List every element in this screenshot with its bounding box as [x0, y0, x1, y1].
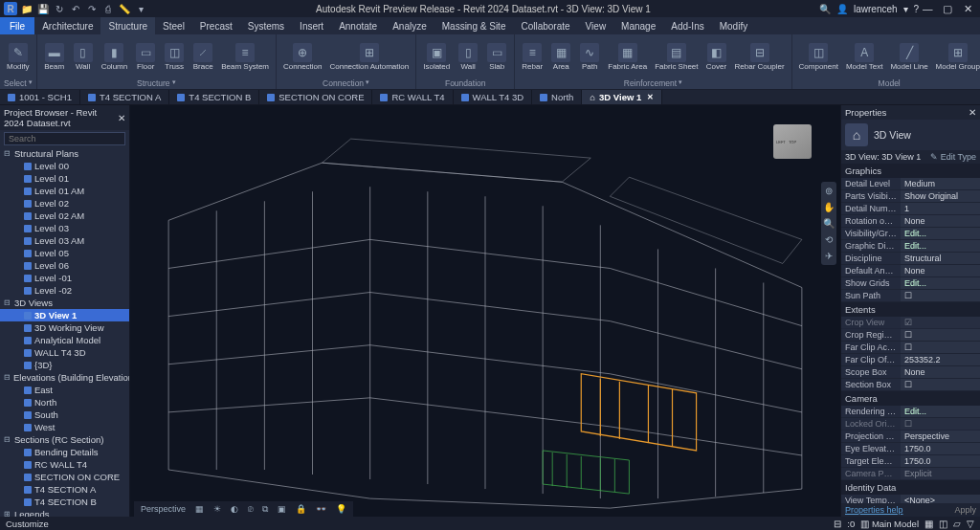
app-logo[interactable]: R: [4, 2, 17, 15]
ribbon-model-group-button[interactable]: ⊞Model Group: [933, 36, 980, 77]
menu-tab-analyze[interactable]: Analyze: [385, 17, 434, 34]
tree-item-level-01[interactable]: Level -01: [0, 272, 129, 284]
prop-value[interactable]: Edit...: [901, 406, 980, 417]
tree-item-t4-section-b[interactable]: T4 SECTION B: [0, 496, 129, 508]
tree-item-level-01[interactable]: Level 01: [0, 172, 129, 185]
tree-group-elevations-building-elevation-[interactable]: ⊟Elevations (Building Elevation): [0, 371, 129, 384]
close-button[interactable]: ✕: [959, 3, 976, 14]
vc-temp-icon[interactable]: 👓: [313, 504, 329, 514]
file-tab[interactable]: File: [0, 17, 34, 34]
prop-value[interactable]: Edit...: [901, 277, 980, 289]
prop-value[interactable]: [901, 418, 980, 430]
username-label[interactable]: lawrenceh: [854, 4, 898, 14]
tree-item-west[interactable]: West: [0, 421, 129, 433]
view-tab-3d-view-1[interactable]: ⌂3D View 1✕: [582, 90, 662, 104]
prop-value[interactable]: 1: [901, 203, 980, 214]
prop-value[interactable]: Structural: [901, 253, 980, 264]
menu-tab-precast[interactable]: Precast: [192, 17, 240, 34]
vc-style-icon[interactable]: ▦: [192, 504, 207, 514]
ribbon-beam-system-button[interactable]: ≡Beam System: [218, 36, 272, 77]
menu-tab-insert[interactable]: Insert: [292, 17, 331, 34]
zoom-icon[interactable]: 🔍: [823, 218, 835, 229]
ribbon-connection-button[interactable]: ⊕Connection: [280, 36, 324, 77]
ribbon-wall-button[interactable]: ▯Wall: [70, 36, 97, 77]
prop-value[interactable]: Perspective: [901, 431, 980, 442]
tree-item-rc-wall-t4[interactable]: RC WALL T4: [0, 458, 129, 471]
prop-value[interactable]: Edit...: [901, 228, 980, 239]
menu-tab-massing-site[interactable]: Massing & Site: [434, 17, 514, 34]
menu-tab-systems[interactable]: Systems: [240, 17, 292, 34]
status-snap-icon[interactable]: ▦: [924, 519, 933, 529]
menu-tab-steel[interactable]: Steel: [155, 17, 192, 34]
tree-item-north[interactable]: North: [0, 396, 129, 409]
view-cube[interactable]: LEFT TOP: [773, 124, 812, 159]
tree-item-section-on-core[interactable]: SECTION ON CORE: [0, 471, 129, 483]
tree-item-level-02[interactable]: Level -02: [0, 284, 129, 297]
search-icon[interactable]: 🔍: [819, 4, 831, 14]
tab-close-icon[interactable]: ✕: [647, 93, 654, 101]
minimize-button[interactable]: —: [919, 3, 936, 14]
prop-value[interactable]: <None>: [901, 495, 980, 503]
qat-more-icon[interactable]: ▾: [134, 2, 147, 15]
view-tab-wall-t4-3d[interactable]: WALL T4 3D: [454, 90, 533, 104]
ribbon-isolated-button[interactable]: ▣Isolated: [420, 36, 453, 77]
menu-tab-annotate[interactable]: Annotate: [331, 17, 385, 34]
ribbon-cover-button[interactable]: ◧Cover: [703, 36, 730, 77]
menu-tab-collaborate[interactable]: Collaborate: [513, 17, 577, 34]
vc-render-icon[interactable]: ⎚: [245, 504, 256, 514]
prop-value[interactable]: [901, 342, 980, 353]
project-browser-search-input[interactable]: [4, 132, 125, 145]
ribbon-connection-automation-button[interactable]: ⊞Connection Automation: [326, 36, 412, 77]
ribbon-beam-button[interactable]: ▬Beam: [41, 36, 68, 77]
prop-value[interactable]: 1750.0: [901, 455, 980, 467]
qat-redo-icon[interactable]: ↷: [85, 2, 99, 15]
prop-value[interactable]: Show Original: [901, 190, 980, 202]
ribbon-fabric-sheet-button[interactable]: ▤Fabric Sheet: [652, 36, 701, 77]
prop-group-extents[interactable]: Extents: [841, 302, 980, 317]
ribbon-rebar-button[interactable]: ≡Rebar: [519, 36, 546, 77]
notif-icon[interactable]: ▾: [903, 4, 908, 14]
edit-type-button[interactable]: ✎ Edit Type: [930, 152, 976, 162]
tree-item-level-02[interactable]: Level 02: [0, 197, 129, 210]
menu-tab-structure[interactable]: Structure: [100, 17, 155, 34]
status-icon-b[interactable]: ▱: [953, 519, 961, 529]
view-tab-t4-section-b[interactable]: T4 SECTION B: [169, 90, 259, 104]
properties-help-link[interactable]: Properties help: [845, 505, 903, 515]
prop-value[interactable]: None: [901, 265, 980, 276]
tree-item-3d-view-1[interactable]: 3D View 1: [0, 309, 129, 321]
view-tab-rc-wall-t4[interactable]: RC WALL T4: [372, 90, 453, 104]
vc-sun-icon[interactable]: ☀: [211, 504, 224, 514]
status-customize[interactable]: Customize: [6, 519, 49, 529]
prop-value[interactable]: [901, 290, 980, 301]
tree-item-south[interactable]: South: [0, 409, 129, 421]
prop-value[interactable]: Explicit: [901, 468, 980, 479]
menu-tab-add-ins[interactable]: Add-Ins: [663, 17, 711, 34]
qat-open-icon[interactable]: 📁: [20, 2, 33, 15]
send-icon[interactable]: ✈: [823, 251, 835, 261]
prop-value[interactable]: 253352.2: [901, 354, 980, 365]
ribbon-fabric-area-button[interactable]: ▦Fabric Area: [605, 36, 650, 77]
panel-close-icon[interactable]: ✕: [118, 113, 125, 123]
tree-item-level-02-am[interactable]: Level 02 AM: [0, 210, 129, 222]
tree-item-level-03-am[interactable]: Level 03 AM: [0, 234, 129, 247]
tree-group-legends[interactable]: ⊞Legends: [0, 508, 129, 517]
prop-value[interactable]: 1750.0: [901, 443, 980, 454]
tree-item-wall-t4-3d[interactable]: WALL T4 3D: [0, 346, 129, 359]
vc-shadow-icon[interactable]: ◐: [228, 504, 241, 514]
tree-item--3d-[interactable]: {3D}: [0, 359, 129, 371]
prop-value[interactable]: [901, 329, 980, 341]
view-tab-t4-section-a[interactable]: T4 SECTION A: [80, 90, 169, 104]
status-select-icon[interactable]: ⊟: [834, 519, 841, 529]
ribbon-brace-button[interactable]: ⟋Brace: [189, 36, 216, 77]
qat-save-icon[interactable]: 💾: [36, 2, 50, 15]
ribbon-area-button[interactable]: ▦Area: [547, 36, 574, 77]
status-model-dropdown[interactable]: ▥ Main Model: [860, 519, 919, 529]
tree-item-level-03[interactable]: Level 03: [0, 222, 129, 234]
qat-sync-icon[interactable]: ↻: [53, 2, 66, 15]
prop-group-identity-data[interactable]: Identity Data: [841, 480, 980, 495]
tree-item-level-00[interactable]: Level 00: [0, 160, 129, 172]
qat-undo-icon[interactable]: ↶: [69, 2, 82, 15]
prop-value[interactable]: [901, 379, 980, 390]
prop-value[interactable]: Edit...: [901, 240, 980, 252]
ribbon-floor-button[interactable]: ▭Floor: [132, 36, 159, 77]
